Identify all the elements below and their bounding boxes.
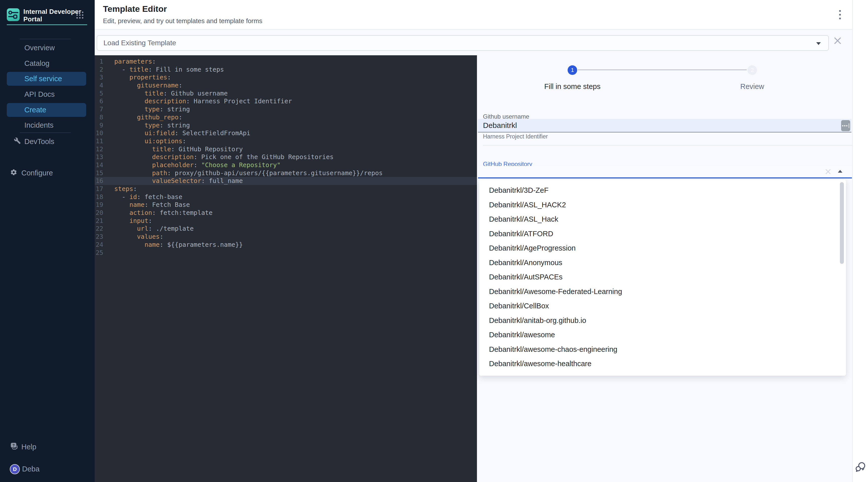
sidebar-item-overview[interactable]: Overview [7, 41, 86, 55]
user-name: Deba [22, 465, 39, 473]
line-number: 13 [95, 153, 103, 161]
sidebar-item-help[interactable]: ? Help [0, 440, 95, 454]
stepper-label-2: Review [707, 83, 798, 91]
line-number: 25 [95, 249, 103, 257]
sidebar-item-label: Configure [21, 169, 53, 177]
kebab-menu-icon[interactable] [839, 10, 842, 21]
code-text: url: ./template [103, 225, 194, 233]
repository-option[interactable]: Debanitrkl/3D-ZeF [479, 183, 846, 198]
line-number: 16 [95, 177, 103, 185]
code-text: description: Harness Project Identifier [103, 97, 292, 105]
stepper-connector [578, 70, 747, 70]
code-text: name: Fetch Base [103, 201, 190, 209]
github-username-value: Debanitrkl [483, 121, 517, 130]
code-text: title: Github username [103, 89, 228, 97]
stepper-step-1[interactable]: 1 [568, 65, 577, 75]
repository-option[interactable]: Debanitrkl/awesome [479, 328, 846, 342]
code-text: name: ${{parameters.name}} [103, 241, 243, 249]
repository-option[interactable]: Debanitrkl/AutSPACEs [479, 270, 846, 284]
code-line-6: 6 description: Harness Project Identifie… [95, 97, 477, 105]
yaml-code-editor[interactable]: 1parameters:2 - title: Fill in some step… [95, 55, 477, 482]
line-number: 24 [95, 241, 103, 249]
code-line-10: 10 ui:field: SelectFieldFromApi [95, 129, 477, 137]
repository-option[interactable]: Debanitrkl/Awesome-Federated-Learning [479, 284, 846, 299]
clear-selection-icon[interactable] [825, 169, 831, 175]
line-number: 22 [95, 225, 103, 233]
code-line-4: 4 gitusername: [95, 82, 477, 89]
sidebar-item-catalog[interactable]: Catalog [7, 57, 86, 70]
code-line-23: 23 values: [95, 233, 477, 241]
repository-option[interactable]: Debanitrkl/ASL_Hack [479, 212, 846, 227]
code-text: placeholder: "Choose a Repository" [103, 161, 281, 169]
line-number: 23 [95, 233, 103, 241]
right-edge-strip [852, 0, 868, 482]
sidebar-item-api-docs[interactable]: API Docs [7, 87, 86, 101]
focus-underline [478, 177, 852, 178]
line-number: 8 [95, 113, 103, 121]
repository-option[interactable]: Debanitrkl/AgeProgression [479, 241, 846, 255]
help-chat-icon: ? [10, 442, 18, 452]
repository-option[interactable]: Debanitrkl/ATFORD [479, 227, 846, 241]
repository-option[interactable]: Debanitrkl/anitab-org.github.io [479, 313, 846, 328]
code-text: title: GitHub Repository [103, 145, 243, 153]
sidebar: Internal Developer Portal OverviewCatalo… [0, 0, 95, 482]
close-icon[interactable] [833, 36, 843, 46]
code-line-9: 9 type: string [95, 121, 477, 129]
load-template-select-value: Load Existing Template [103, 39, 176, 47]
code-text: ui:field: SelectFieldFromApi [103, 129, 250, 137]
code-line-3: 3 properties: [95, 73, 477, 82]
code-text: parameters: [103, 58, 156, 66]
chat-bubbles-icon[interactable] [855, 461, 867, 473]
repository-option[interactable]: Debanitrkl/ASL_HACK2 [479, 198, 846, 212]
code-line-11: 11 ui:options: [95, 137, 477, 145]
github-username-input[interactable]: Debanitrkl [478, 119, 851, 132]
autofill-extension-icon[interactable] [841, 120, 850, 131]
user-chip[interactable]: D Deba [0, 462, 95, 476]
stepper-step-2[interactable]: 2 [747, 65, 757, 75]
page-subtitle: Edit, preview, and try out templates and… [103, 17, 262, 25]
toolbar: Load Existing Template [95, 30, 852, 55]
line-number: 18 [95, 193, 103, 201]
code-text: type: string [103, 121, 190, 129]
line-number: 17 [95, 185, 103, 193]
sidebar-item-create[interactable]: Create [7, 103, 86, 117]
code-line-25: 25 [95, 249, 477, 257]
code-line-1: 1parameters: [95, 58, 477, 66]
repository-option[interactable]: Debanitrkl/CellBox [479, 299, 846, 313]
code-line-19: 19 name: Fetch Base [95, 201, 477, 209]
line-number: 19 [95, 201, 103, 209]
sidebar-divider [20, 132, 71, 133]
line-number: 3 [95, 73, 103, 82]
code-line-12: 12 title: GitHub Repository [95, 145, 477, 153]
sidebar-item-label: DevTools [24, 138, 54, 146]
code-line-2: 2 - title: Fill in some steps [95, 66, 477, 73]
sidebar-divider [20, 39, 71, 39]
load-template-select[interactable]: Load Existing Template [97, 35, 829, 51]
line-number: 21 [95, 217, 103, 225]
stepper-label-1: Fill in some steps [527, 83, 618, 91]
apps-grid-icon[interactable] [76, 11, 84, 19]
line-number: 20 [95, 209, 103, 217]
github-repository-select[interactable] [478, 166, 852, 177]
sidebar-item-self-service[interactable]: Self service [7, 72, 86, 86]
line-number: 2 [95, 66, 103, 73]
brand-logo-icon [7, 8, 20, 21]
sidebar-item-configure[interactable]: Configure [0, 166, 95, 180]
line-number: 1 [95, 58, 103, 66]
repository-option[interactable]: Debanitrkl/awesome-chaos-engineering [479, 342, 846, 357]
repository-option[interactable]: Debanitrkl/Anonymous [479, 255, 846, 270]
code-line-14: 14 placeholder: "Choose a Repository" [95, 161, 477, 169]
line-number: 9 [95, 121, 103, 129]
line-number: 14 [95, 161, 103, 169]
code-line-22: 22 url: ./template [95, 225, 477, 233]
code-line-16: 16 valueSelector: full_name [95, 177, 477, 185]
line-number: 6 [95, 97, 103, 105]
avatar: D [10, 464, 20, 474]
sidebar-item-incidents[interactable]: Incidents [7, 118, 86, 132]
dropdown-scrollbar[interactable] [840, 182, 844, 264]
code-text [103, 249, 114, 257]
repository-option[interactable]: Debanitrkl/awesome-healthcare [479, 357, 846, 371]
code-text: - title: Fill in some steps [103, 66, 224, 73]
sidebar-item-devtools[interactable]: DevTools [0, 135, 95, 149]
chevron-up-icon[interactable] [838, 170, 842, 173]
